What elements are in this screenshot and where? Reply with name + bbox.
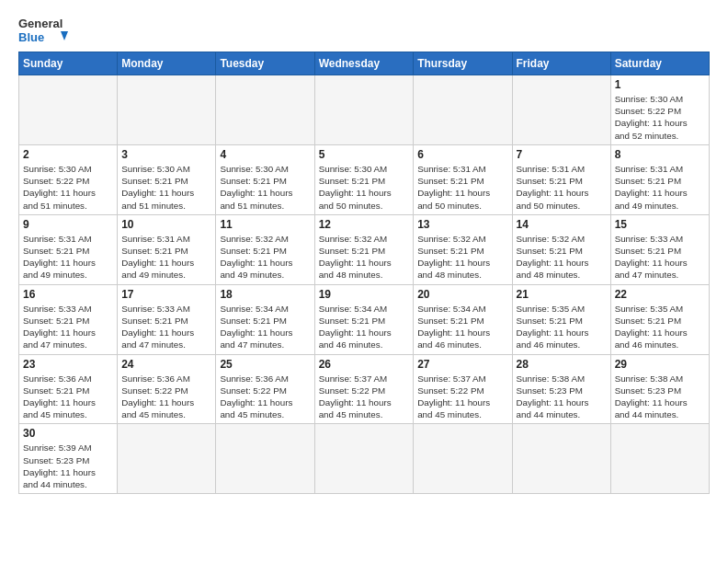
day-info: Sunrise: 5:31 AM Sunset: 5:21 PM Dayligh… [23,233,113,282]
calendar-cell: 6Sunrise: 5:31 AM Sunset: 5:21 PM Daylig… [414,144,512,214]
day-info: Sunrise: 5:33 AM Sunset: 5:21 PM Dayligh… [121,303,211,351]
calendar-cell: 14Sunrise: 5:32 AM Sunset: 5:21 PM Dayli… [512,214,610,284]
calendar-cell: 11Sunrise: 5:32 AM Sunset: 5:21 PM Dayli… [216,214,314,284]
calendar-cell [216,424,314,494]
calendar-cell: 5Sunrise: 5:30 AM Sunset: 5:21 PM Daylig… [314,144,414,214]
day-number: 27 [417,358,507,371]
day-number: 13 [417,218,507,231]
day-number: 4 [220,148,310,161]
day-info: Sunrise: 5:34 AM Sunset: 5:21 PM Dayligh… [319,303,410,351]
weekday-header-wednesday: Wednesday [314,52,414,75]
day-info: Sunrise: 5:30 AM Sunset: 5:21 PM Dayligh… [121,163,211,212]
weekday-header-monday: Monday [118,52,216,75]
calendar-cell: 8Sunrise: 5:31 AM Sunset: 5:21 PM Daylig… [610,144,709,214]
day-number: 16 [23,288,113,301]
calendar-cell: 9Sunrise: 5:31 AM Sunset: 5:21 PM Daylig… [19,214,118,284]
day-info: Sunrise: 5:30 AM Sunset: 5:22 PM Dayligh… [23,163,113,212]
calendar-cell: 10Sunrise: 5:31 AM Sunset: 5:21 PM Dayli… [118,214,216,284]
calendar-cell [314,75,414,145]
day-number: 8 [615,148,705,161]
weekday-header-saturday: Saturday [610,52,709,75]
calendar-cell [610,424,709,494]
calendar-cell: 24Sunrise: 5:36 AM Sunset: 5:22 PM Dayli… [118,354,216,424]
day-number: 6 [417,148,507,161]
day-number: 7 [517,148,607,161]
day-number: 20 [417,288,507,301]
calendar-cell [414,75,512,145]
day-number: 12 [319,218,410,231]
day-number: 10 [121,218,211,231]
day-info: Sunrise: 5:30 AM Sunset: 5:21 PM Dayligh… [319,163,410,212]
calendar-cell: 30Sunrise: 5:39 AM Sunset: 5:23 PM Dayli… [19,424,118,494]
day-number: 18 [220,288,310,301]
calendar-cell: 15Sunrise: 5:33 AM Sunset: 5:21 PM Dayli… [610,214,709,284]
calendar-cell: 22Sunrise: 5:35 AM Sunset: 5:21 PM Dayli… [610,284,709,354]
calendar-cell: 13Sunrise: 5:32 AM Sunset: 5:21 PM Dayli… [414,214,512,284]
calendar-cell [414,424,512,494]
day-number: 11 [220,218,310,231]
calendar-cell [216,75,314,145]
calendar-cell: 28Sunrise: 5:38 AM Sunset: 5:23 PM Dayli… [512,354,610,424]
day-info: Sunrise: 5:34 AM Sunset: 5:21 PM Dayligh… [220,303,310,351]
calendar-cell: 26Sunrise: 5:37 AM Sunset: 5:22 PM Dayli… [314,354,414,424]
day-info: Sunrise: 5:35 AM Sunset: 5:21 PM Dayligh… [517,303,607,351]
calendar-cell: 2Sunrise: 5:30 AM Sunset: 5:22 PM Daylig… [19,144,118,214]
day-info: Sunrise: 5:38 AM Sunset: 5:23 PM Dayligh… [615,373,705,421]
calendar-cell [314,424,414,494]
calendar-cell [118,424,216,494]
calendar-cell: 7Sunrise: 5:31 AM Sunset: 5:21 PM Daylig… [512,144,610,214]
svg-text:Blue: Blue [18,30,44,44]
calendar-cell: 20Sunrise: 5:34 AM Sunset: 5:21 PM Dayli… [414,284,512,354]
day-number: 14 [517,218,607,231]
calendar-cell [19,75,118,145]
day-info: Sunrise: 5:32 AM Sunset: 5:21 PM Dayligh… [319,233,410,282]
day-number: 26 [319,358,410,371]
day-number: 15 [615,218,705,231]
day-number: 29 [615,358,705,371]
day-info: Sunrise: 5:31 AM Sunset: 5:21 PM Dayligh… [615,163,705,212]
day-number: 23 [23,358,113,371]
header: GeneralBlue [18,15,710,44]
weekday-header-tuesday: Tuesday [216,52,314,75]
day-number: 19 [319,288,410,301]
day-info: Sunrise: 5:39 AM Sunset: 5:23 PM Dayligh… [23,442,113,490]
calendar-cell: 1Sunrise: 5:30 AM Sunset: 5:22 PM Daylig… [610,75,709,145]
weekday-header-friday: Friday [512,52,610,75]
day-info: Sunrise: 5:36 AM Sunset: 5:21 PM Dayligh… [23,373,113,421]
day-number: 5 [319,148,410,161]
day-number: 3 [121,148,211,161]
day-number: 21 [517,288,607,301]
day-info: Sunrise: 5:32 AM Sunset: 5:21 PM Dayligh… [220,233,310,282]
calendar-cell: 25Sunrise: 5:36 AM Sunset: 5:22 PM Dayli… [216,354,314,424]
day-info: Sunrise: 5:37 AM Sunset: 5:22 PM Dayligh… [319,373,410,421]
day-number: 17 [121,288,211,301]
generalblue-logo-icon: GeneralBlue [18,15,74,44]
calendar-cell: 18Sunrise: 5:34 AM Sunset: 5:21 PM Dayli… [216,284,314,354]
day-info: Sunrise: 5:32 AM Sunset: 5:21 PM Dayligh… [417,233,507,282]
calendar-cell: 3Sunrise: 5:30 AM Sunset: 5:21 PM Daylig… [118,144,216,214]
calendar-cell: 4Sunrise: 5:30 AM Sunset: 5:21 PM Daylig… [216,144,314,214]
day-info: Sunrise: 5:31 AM Sunset: 5:21 PM Dayligh… [121,233,211,282]
svg-text:General: General [18,17,63,30]
day-number: 25 [220,358,310,371]
day-info: Sunrise: 5:33 AM Sunset: 5:21 PM Dayligh… [615,233,705,282]
day-info: Sunrise: 5:30 AM Sunset: 5:21 PM Dayligh… [220,163,310,212]
day-info: Sunrise: 5:30 AM Sunset: 5:22 PM Dayligh… [615,93,705,142]
svg-marker-2 [61,31,68,40]
day-number: 24 [121,358,211,371]
logo: GeneralBlue [18,15,74,44]
day-info: Sunrise: 5:35 AM Sunset: 5:21 PM Dayligh… [615,303,705,351]
day-info: Sunrise: 5:38 AM Sunset: 5:23 PM Dayligh… [517,373,607,421]
calendar-cell [512,424,610,494]
day-info: Sunrise: 5:36 AM Sunset: 5:22 PM Dayligh… [121,373,211,421]
day-info: Sunrise: 5:34 AM Sunset: 5:21 PM Dayligh… [417,303,507,351]
calendar-cell [118,75,216,145]
calendar-cell: 27Sunrise: 5:37 AM Sunset: 5:22 PM Dayli… [414,354,512,424]
calendar: SundayMondayTuesdayWednesdayThursdayFrid… [18,52,710,494]
day-info: Sunrise: 5:32 AM Sunset: 5:21 PM Dayligh… [517,233,607,282]
calendar-cell: 21Sunrise: 5:35 AM Sunset: 5:21 PM Dayli… [512,284,610,354]
day-info: Sunrise: 5:31 AM Sunset: 5:21 PM Dayligh… [517,163,607,212]
day-info: Sunrise: 5:31 AM Sunset: 5:21 PM Dayligh… [417,163,507,212]
calendar-cell: 12Sunrise: 5:32 AM Sunset: 5:21 PM Dayli… [314,214,414,284]
weekday-header-sunday: Sunday [19,52,118,75]
